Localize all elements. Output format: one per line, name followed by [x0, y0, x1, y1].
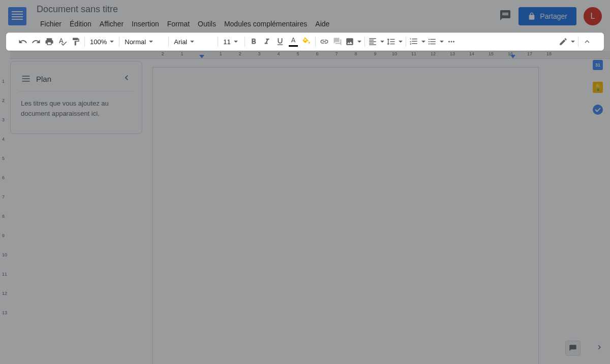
- document-page[interactable]: [152, 67, 539, 364]
- highlight-color-button[interactable]: [300, 35, 313, 48]
- underline-button[interactable]: [273, 35, 287, 48]
- chevron-down-icon: [357, 41, 361, 43]
- menu-aide[interactable]: Aide: [312, 18, 333, 30]
- spellcheck-button[interactable]: [56, 35, 69, 48]
- chevron-down-icon: [234, 41, 238, 43]
- menu-outils[interactable]: Outils: [194, 18, 220, 30]
- text-color-button[interactable]: [287, 35, 300, 48]
- line-spacing-button[interactable]: [385, 35, 404, 48]
- zoom-value: 100%: [90, 38, 107, 46]
- paint-format-button[interactable]: [69, 35, 82, 48]
- menu-fichier[interactable]: Fichier: [37, 18, 65, 30]
- explore-button[interactable]: [565, 341, 581, 356]
- toolbar: 100% Normal Arial 11: [6, 32, 604, 51]
- insert-image-button[interactable]: [344, 35, 362, 48]
- outline-title: Plan: [36, 75, 116, 83]
- outline-icon: [21, 74, 31, 84]
- chevron-down-icon: [440, 41, 444, 43]
- size-value: 11: [223, 38, 230, 46]
- chevron-down-icon: [190, 41, 194, 43]
- font-value: Arial: [174, 38, 187, 46]
- paragraph-style-select[interactable]: Normal: [121, 35, 166, 48]
- menu-insertion[interactable]: Insertion: [128, 18, 163, 30]
- chevron-down-icon: [110, 41, 114, 43]
- side-expand-button[interactable]: [595, 343, 604, 354]
- outline-collapse-button[interactable]: [121, 73, 132, 85]
- outline-panel: Plan Les titres que vous ajoutez au docu…: [10, 61, 142, 134]
- italic-button[interactable]: [260, 35, 273, 48]
- calendar-icon[interactable]: 31: [592, 59, 604, 71]
- right-indent-marker[interactable]: [510, 55, 515, 58]
- chevron-down-icon: [421, 41, 425, 43]
- outline-empty-text: Les titres que vous ajoutez au document …: [19, 91, 134, 125]
- chevron-down-icon: [399, 41, 403, 43]
- print-button[interactable]: [43, 35, 56, 48]
- avatar[interactable]: L: [584, 7, 602, 25]
- menu-afficher[interactable]: Afficher: [96, 18, 127, 30]
- vertical-ruler: 1 2 3 4 5 6 7 8 9 10 11 12 13: [0, 51, 10, 364]
- bulleted-list-button[interactable]: [426, 35, 445, 48]
- chevron-down-icon: [571, 41, 575, 43]
- side-panel: 31 💡: [586, 51, 610, 364]
- zoom-select[interactable]: 100%: [87, 35, 117, 48]
- redo-button[interactable]: [29, 35, 43, 48]
- left-indent-marker[interactable]: [199, 55, 204, 58]
- insert-link-button[interactable]: [318, 35, 331, 48]
- comments-icon[interactable]: [499, 9, 511, 23]
- menu-format[interactable]: Format: [164, 18, 193, 30]
- docs-logo-icon[interactable]: [8, 7, 26, 25]
- font-size-select[interactable]: 11: [220, 35, 242, 48]
- tasks-icon[interactable]: [592, 104, 604, 116]
- chevron-down-icon: [149, 41, 153, 43]
- chevron-down-icon: [380, 41, 384, 43]
- document-title[interactable]: Document sans titre: [37, 3, 499, 16]
- more-button[interactable]: [445, 35, 458, 48]
- share-button-label: Partager: [540, 12, 567, 20]
- style-value: Normal: [125, 38, 146, 46]
- undo-button[interactable]: [16, 35, 29, 48]
- bold-button[interactable]: [247, 35, 260, 48]
- menu-edition[interactable]: Édition: [66, 18, 95, 30]
- keep-icon[interactable]: 💡: [592, 81, 604, 93]
- checklist-button[interactable]: [408, 35, 426, 48]
- horizontal-ruler[interactable]: 2 1 1 2 3 4 5 6 7 8 9 10 11 12 13 14 15 …: [10, 51, 610, 59]
- editing-mode-button[interactable]: [558, 35, 576, 48]
- menubar: Fichier Édition Afficher Insertion Forma…: [37, 18, 499, 30]
- collapse-toolbar-button[interactable]: [581, 35, 594, 48]
- menu-modules[interactable]: Modules complémentaires: [221, 18, 311, 30]
- share-button[interactable]: Partager: [518, 7, 576, 25]
- insert-comment-button[interactable]: [331, 35, 344, 48]
- align-button[interactable]: [367, 35, 385, 48]
- font-select[interactable]: Arial: [171, 35, 216, 48]
